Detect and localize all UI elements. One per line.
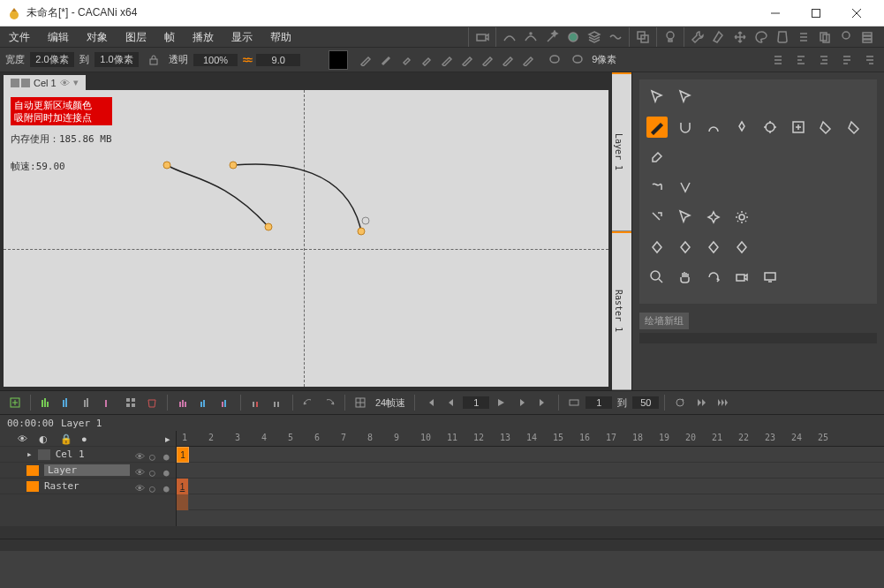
timeline-frames-panel[interactable]: 1234567891011121314151617181920212223242… [177,431,884,526]
first-frame-icon[interactable] [420,393,440,412]
range-start[interactable]: 1 [586,396,612,409]
brush1-icon[interactable] [377,51,395,69]
arrow-icon[interactable]: ▸ [165,433,176,444]
diamond3-tool[interactable] [703,237,724,258]
document-tab[interactable]: Cel 1 👁 ▾ [4,75,86,90]
last-frame-icon[interactable] [533,393,553,412]
arc-tool[interactable] [703,117,724,138]
lock-icon[interactable] [144,50,163,70]
fps-grid-icon[interactable] [351,393,370,412]
menu-display[interactable]: 显示 [223,26,261,48]
align1-icon[interactable] [769,51,787,69]
brush6-icon[interactable] [479,51,496,69]
brush-color-icon[interactable] [563,27,583,47]
menu-file[interactable]: 文件 [0,26,39,48]
tl-marker1-icon[interactable] [246,393,266,412]
zoom-tool[interactable] [646,267,668,288]
keyframe-layer-1[interactable]: 1 [177,479,189,494]
palette-icon[interactable] [752,27,771,47]
loop-icon[interactable] [670,393,690,412]
arrow-tool[interactable] [646,87,668,108]
camera-icon[interactable] [472,27,492,47]
ff-icon[interactable] [691,393,711,412]
target-tool[interactable] [759,117,781,138]
layer-strip-item-1[interactable]: Layer 1 [612,72,631,231]
tl-trash-icon[interactable] [142,393,162,412]
panel-scroll[interactable] [639,333,877,343]
layer-row-layer[interactable]: Layer 👁○● [0,463,176,479]
keyframe-1[interactable]: 1 [177,447,189,463]
menu-help[interactable]: 帮助 [261,26,300,48]
tl-marker2-icon[interactable] [268,393,287,412]
layer-row-cel1[interactable]: ▸ Cel 1 👁○● [0,447,176,463]
snake-tool[interactable] [646,177,668,198]
tl-bars3-icon[interactable] [79,393,98,412]
play-icon[interactable] [491,393,510,412]
keyframe-raster-1[interactable] [177,494,189,510]
tl-grid-icon[interactable] [121,393,140,412]
current-frame[interactable]: 1 [463,396,489,409]
angle-value[interactable]: 9.0 [256,54,300,66]
align4-icon[interactable] [838,51,856,69]
width-value[interactable]: 2.0像素 [30,52,74,67]
brush3-icon[interactable] [418,51,435,69]
fill-arrow-tool[interactable] [646,207,668,228]
bucket2-icon[interactable] [773,27,792,47]
tl-bars1-icon[interactable] [36,393,56,412]
layer-strip[interactable]: Layer 1 Raster 1 [612,72,631,390]
lock-col-icon[interactable]: 🔒 [60,433,71,444]
diamond4-tool[interactable] [731,237,752,258]
canvas[interactable]: 自动更新区域颜色 吸附同时加连接点 内存使用：185.86 MB 帧速:59.0… [4,90,608,387]
timeline-scrollbar[interactable] [0,526,884,539]
layer-strip-item-2[interactable]: Raster 1 [612,231,631,390]
add-tool[interactable] [788,117,809,138]
shape-tool[interactable] [731,117,752,138]
brush4-icon[interactable] [438,51,456,69]
wave-icon[interactable] [606,27,625,47]
brush5-icon[interactable] [458,51,476,69]
monitor-tool[interactable] [759,267,781,288]
undo-icon[interactable] [298,393,318,412]
menu-layer[interactable]: 图层 [117,26,155,48]
wavy-icon[interactable]: ≈≈ [243,54,251,66]
range-end[interactable]: 50 [632,396,659,409]
diamond-tool[interactable] [646,237,668,258]
brush8-icon[interactable] [519,51,537,69]
arrow-outline-tool[interactable] [675,87,696,108]
redo-icon[interactable] [320,393,339,412]
brush-size-label[interactable]: 9像素 [592,53,616,66]
menu-frame[interactable]: 帧 [155,26,184,48]
vee-tool[interactable] [675,177,696,198]
align5-icon[interactable] [861,51,879,69]
bulb2-icon[interactable] [836,27,856,47]
next-frame-icon[interactable] [512,393,532,412]
layers-icon[interactable] [585,27,604,47]
color-swatch[interactable] [329,50,348,70]
camera-tool[interactable] [731,267,752,288]
tl-onion2-icon[interactable] [194,393,214,412]
copy-icon[interactable] [815,27,835,47]
tl-add-icon[interactable] [5,393,25,412]
minimize-button[interactable] [755,0,796,26]
dot-icon[interactable]: ● [81,433,92,444]
bulb-icon[interactable] [661,27,680,47]
brush7-icon[interactable] [499,51,517,69]
pen-tool[interactable] [646,117,668,138]
tl-onion1-icon[interactable] [173,393,193,412]
range-icon[interactable] [564,393,584,412]
layer-row-raster[interactable]: Raster 👁○● [0,479,176,494]
close-button[interactable] [836,0,877,26]
prev-frame-icon[interactable] [442,393,461,412]
tl-bars4-icon[interactable] [100,393,119,412]
erase-tool[interactable] [844,117,865,138]
opacity-value[interactable]: 100% [193,54,238,66]
menu-play[interactable]: 播放 [184,26,223,48]
eraser-tool[interactable] [646,147,668,168]
bottom-scrollbar[interactable] [0,539,884,551]
curve-edit-icon[interactable] [521,27,540,47]
tl-onion3-icon[interactable] [215,393,235,412]
menu-edit[interactable]: 编辑 [39,26,78,48]
fill-cursor-tool[interactable] [675,207,696,228]
wand-icon[interactable] [542,27,562,47]
bucket-tool[interactable] [816,117,837,138]
